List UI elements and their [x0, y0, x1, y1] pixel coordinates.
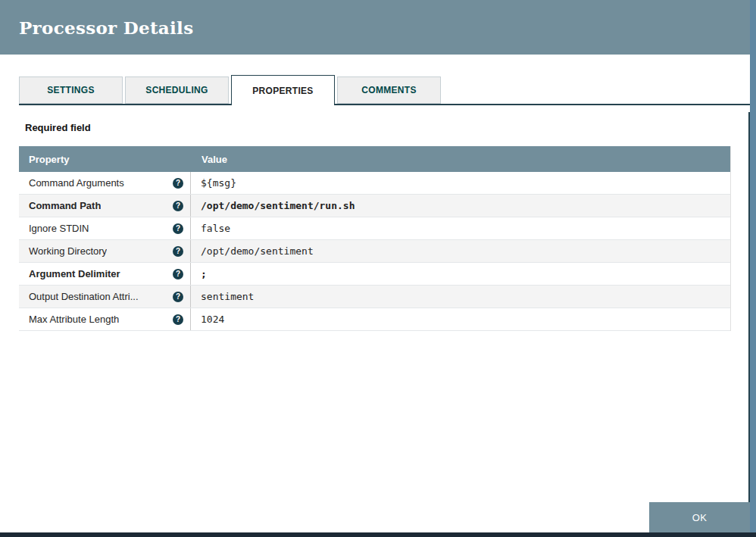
help-icon[interactable]: ? [173, 269, 183, 279]
property-cell: Command Arguments ? [19, 172, 191, 194]
ok-button[interactable]: OK [649, 502, 750, 532]
tab-scheduling[interactable]: SCHEDULING [125, 76, 229, 104]
property-name: Argument Delimiter [29, 268, 120, 279]
table-row: Command Arguments ? ${msg} [19, 172, 730, 195]
property-value[interactable]: ${msg} [191, 172, 730, 194]
property-cell: Ignore STDIN ? [19, 217, 191, 239]
property-name: Max Attribute Length [29, 314, 119, 325]
tab-properties[interactable]: PROPERTIES [231, 75, 335, 105]
help-icon[interactable]: ? [173, 246, 183, 257]
property-value[interactable]: /opt/demo/sentiment [191, 240, 730, 262]
property-value[interactable]: /opt/demo/sentiment/run.sh [191, 195, 730, 217]
property-cell: Max Attribute Length ? [19, 308, 191, 330]
tab-comments[interactable]: COMMENTS [337, 76, 441, 104]
help-icon[interactable]: ? [173, 314, 183, 325]
property-name: Command Arguments [29, 177, 124, 189]
property-name: Ignore STDIN [29, 223, 89, 234]
bottom-bar [0, 532, 756, 537]
required-field-note: Required field [25, 122, 750, 133]
property-name: Working Directory [29, 245, 107, 257]
property-cell: Command Path ? [19, 195, 191, 217]
table-row: Working Directory ? /opt/demo/sentiment [19, 240, 730, 263]
property-cell: Working Directory ? [19, 240, 191, 262]
property-name: Command Path [29, 200, 101, 211]
processor-details-dialog: Processor Details SETTINGS SCHEDULING PR… [0, 0, 750, 532]
tab-bar: SETTINGS SCHEDULING PROPERTIES COMMENTS [19, 75, 750, 105]
property-cell: Output Destination Attri... ? [19, 286, 191, 308]
help-icon[interactable]: ? [173, 292, 183, 302]
table-body: Command Arguments ? ${msg} Command Path … [19, 172, 730, 331]
table-row: Max Attribute Length ? 1024 [19, 308, 730, 331]
property-value[interactable]: false [191, 217, 730, 239]
dialog-right-border [748, 112, 750, 532]
property-value[interactable]: 1024 [191, 308, 730, 330]
help-icon[interactable]: ? [173, 178, 183, 189]
properties-table: Property Value Command Arguments ? ${msg… [19, 146, 731, 331]
property-column-header: Property [19, 154, 191, 165]
property-cell: Argument Delimiter ? [19, 263, 191, 285]
tab-settings[interactable]: SETTINGS [19, 76, 123, 104]
table-row: Argument Delimiter ? ; [19, 263, 730, 286]
property-value[interactable]: ; [191, 263, 730, 285]
help-icon[interactable]: ? [173, 223, 183, 234]
table-header-row: Property Value [19, 146, 730, 172]
table-row: Output Destination Attri... ? sentiment [19, 286, 730, 308]
help-icon[interactable]: ? [173, 201, 183, 211]
property-name: Output Destination Attri... [29, 291, 139, 302]
value-column-header: Value [191, 154, 730, 165]
property-value[interactable]: sentiment [191, 286, 730, 308]
table-row: Ignore STDIN ? false [19, 217, 730, 240]
dialog-title: Processor Details [19, 17, 193, 38]
dialog-header: Processor Details [0, 0, 750, 55]
table-row: Command Path ? /opt/demo/sentiment/run.s… [19, 195, 730, 217]
